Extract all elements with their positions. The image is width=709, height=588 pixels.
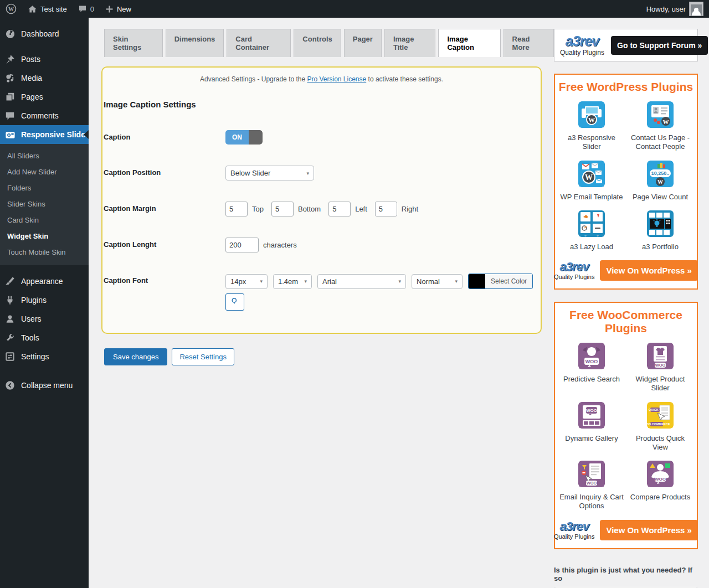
plugin-products-quick-view[interactable]: QUICK VWOO COMMERCE Products Quick View [627,402,693,452]
line-height-value: 1.4em [278,277,298,286]
font-family-select[interactable]: Arial ▾ [317,274,406,289]
font-color-picker[interactable]: Select Color [468,274,533,289]
a3rev-logo-tagline: Quality Plugins [554,274,594,280]
plugin-page-view-count[interactable]: 10,250..W Page View Count [627,161,693,202]
sidebar-item-label: Tools [21,333,39,342]
sidebar-item-label: Comments [21,111,59,120]
plugin-contact-us-page[interactable]: W Contact Us Page - Contact People [627,101,693,152]
plugin-email-inquiry-cart-options[interactable]: WOO Email Inquiry & Cart Options [558,461,625,511]
submenu-card-skin[interactable]: Card Skin [0,212,89,228]
submenu-widget-skin[interactable]: Widget Skin [0,228,89,244]
caption-length-input[interactable] [225,238,259,252]
view-on-wordpress-button[interactable]: View On WordPress » [600,520,698,540]
menu-separator [0,43,89,50]
plugin-name: Compare Products [630,493,690,502]
sidebar-item-users[interactable]: Users [0,310,89,328]
plugin-wp-email-template[interactable]: W WP Email Template [558,161,625,202]
wp-plugins-title: Free WordPress Plugins [558,80,693,94]
plugin-a3-responsive-slider[interactable]: W a3 Responsive Slider [558,101,625,152]
settings-main-column: Skin Settings Dimensions Card Container … [104,29,554,588]
plugin-dynamic-gallery[interactable]: WOO Dynamic Gallery [558,402,625,452]
image-caption-settings-panel: Advanced Settings - Upgrade to the Pro V… [101,66,542,334]
plugin-predictive-search[interactable]: WOO Predictive Search [558,343,625,393]
svg-text:WOO: WOO [585,359,598,364]
tab-read-more[interactable]: Read More [504,29,554,57]
sidebar-item-appearance[interactable]: Appearance [0,272,89,291]
margin-top-input[interactable] [225,202,248,216]
tab-dimensions[interactable]: Dimensions [166,29,224,57]
products-quick-view-plugin-icon: QUICK VWOO COMMERCE [647,402,674,431]
svg-text:WOO: WOO [655,363,666,368]
sidebar-item-label: Collapse menu [21,381,73,390]
portfolio-plugin-icon [647,210,674,239]
tab-card-container[interactable]: Card Container [227,29,291,57]
plugin-name: a3 Responsive Slider [559,133,624,152]
sidebar-item-label: Media [21,74,42,82]
caption-toggle[interactable]: ON [225,130,263,145]
sidebar-item-responsive-slider[interactable]: Responsive Slider [0,125,89,144]
svg-text:WOO: WOO [586,408,597,412]
sidebar-item-plugins[interactable]: Plugins [0,291,89,310]
wordpress-logo-icon: W [6,3,17,14]
admin-bar-my-account[interactable]: Howdy, user [641,0,709,18]
font-size-select[interactable]: 14px ▾ [225,274,268,289]
woo-box-footer: a3rev Quality Plugins View On WordPress … [558,520,693,540]
a3rev-logo-text: a3rev [554,261,594,273]
sidebar-item-settings[interactable]: Settings [0,347,89,366]
select-arrow-icon: ▾ [260,278,263,284]
comment-bubble-icon [78,4,87,13]
svg-text:W: W [8,6,14,12]
tab-controls[interactable]: Controls [294,29,341,57]
svg-text:o: o [585,233,587,236]
sidebar-item-posts[interactable]: Posts [0,50,89,69]
sidebar-item-media[interactable]: Media [0,69,89,87]
submenu-all-sliders[interactable]: All Sliders [0,148,89,164]
plugin-widget-product-slider[interactable]: WOO Widget Product Slider [627,343,693,393]
svg-text:WOO COMMERCE: WOO COMMERCE [647,422,670,426]
plugin-compare-products[interactable]: WOO Compare Products [627,461,693,511]
a3rev-logo-tagline: Quality Plugins [560,49,604,56]
go-to-support-forum-button[interactable]: Go to Support Forum » [611,36,708,55]
submenu-folders[interactable]: Folders [0,180,89,196]
sidebar-item-pages[interactable]: Pages [0,87,89,106]
font-preview-button[interactable] [225,293,244,311]
svg-text:10,250..: 10,250.. [651,171,670,176]
wp-plugins-grid: W a3 Responsive Slider W Contact Us Page… [558,101,693,251]
sidebar-item-dashboard[interactable]: Dashboard [0,24,89,43]
admin-bar-new[interactable]: New [100,0,137,18]
submenu-add-new-slider[interactable]: Add New Slider [0,164,89,180]
submenu-slider-skins[interactable]: Slider Skins [0,196,89,212]
margin-bottom-input[interactable] [271,202,294,216]
a3rev-logo-text: a3rev [560,34,604,48]
plugin-name: a3 Lazy Load [570,243,613,251]
sidebar-item-comments[interactable]: Comments [0,106,89,125]
svg-text:W: W [657,179,663,185]
collapse-menu-button[interactable]: Collapse menu [0,376,89,395]
line-height-select[interactable]: 1.4em ▾ [273,274,312,289]
tab-image-title[interactable]: Image Title [384,29,436,57]
plugin-a3-portfolio[interactable]: a3 Portfolio [627,210,693,251]
tab-pager[interactable]: Pager [344,29,382,57]
plugin-a3-lazy-load[interactable]: oo a3 Lazy Load [558,210,625,251]
margin-left-input[interactable] [328,202,351,216]
sidebar-item-tools[interactable]: Tools [0,328,89,347]
admin-bar-comments[interactable]: 0 [73,0,100,18]
tab-skin-settings[interactable]: Skin Settings [104,29,163,57]
dashboard-icon [4,28,16,39]
svg-text:QUICK V: QUICK V [649,408,661,411]
submenu-touch-mobile-skin[interactable]: Touch Mobile Skin [0,244,89,260]
wp-logo-menu[interactable]: W [0,0,22,18]
view-on-wordpress-button[interactable]: View On WordPress » [600,260,698,281]
font-size-value: 14px [230,277,246,286]
reset-settings-button[interactable]: Reset Settings [172,348,234,365]
notice-text: to activate these settings. [366,75,443,83]
caption-position-select[interactable]: Below Slider ▾ [225,166,314,180]
wp-box-footer: a3rev Quality Plugins View On WordPress … [558,260,693,281]
save-changes-button[interactable]: Save changes [104,348,167,365]
tab-image-caption[interactable]: Image Caption [438,29,500,57]
admin-bar-site-name[interactable]: Test site [22,0,73,18]
howdy-label: Howdy, user [646,5,686,13]
pro-version-license-link[interactable]: Pro Version License [307,75,366,83]
margin-right-input[interactable] [375,202,397,216]
font-weight-select[interactable]: Normal ▾ [412,274,463,289]
